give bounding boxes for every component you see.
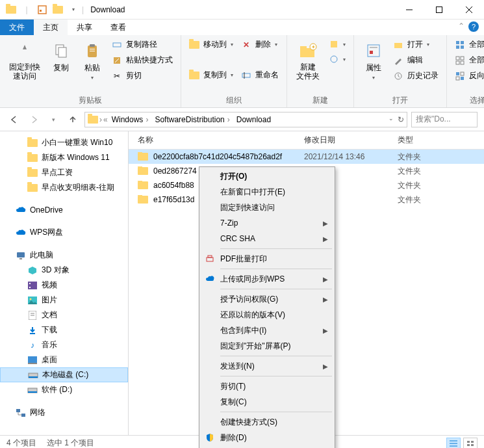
select-all-button[interactable]: 全部选择 <box>452 38 484 51</box>
col-header-type[interactable]: 类型 <box>388 135 484 146</box>
ctx-7zip[interactable]: 7-Zip▶ <box>201 215 333 231</box>
breadcrumb-box[interactable]: › « Windows› SoftwareDistribution› Downl… <box>84 112 407 127</box>
pin-quick-access-button[interactable]: 固定到快 速访问 <box>5 38 44 84</box>
document-icon <box>27 310 38 321</box>
ctx-cut[interactable]: 剪切(T) <box>201 378 333 394</box>
folder-icon <box>27 153 38 163</box>
recent-dropdown[interactable]: ▾ <box>45 112 61 127</box>
svg-rect-25 <box>394 43 402 48</box>
chevron-right-icon: ▶ <box>323 327 328 334</box>
copy-path-button[interactable]: 复制路径 <box>109 38 175 51</box>
sidebar-item-quick-3[interactable]: 早点收支明细表-往期 <box>0 180 128 195</box>
forward-button[interactable] <box>26 112 42 127</box>
group-label-organize: 组织 <box>186 94 281 106</box>
collapse-ribbon-icon[interactable]: ⌃ <box>458 21 465 31</box>
refresh-icon[interactable]: ↻ <box>398 115 404 124</box>
sidebar-item-quick-2[interactable]: 早点工资 <box>0 165 128 180</box>
up-button[interactable] <box>65 112 81 127</box>
details-view-icon[interactable] <box>446 438 461 449</box>
sidebar-item-onedrive[interactable]: OneDrive <box>0 203 128 217</box>
address-dropdown-icon[interactable]: ⌄ <box>388 115 394 124</box>
folder-icon <box>4 3 18 17</box>
navigation-sidebar[interactable]: 小白一键重装 Win10 新版本 Windows 11 早点工资 早点收支明细表… <box>0 131 129 435</box>
new-folder-button[interactable]: ✦ 新建 文件夹 <box>292 38 324 84</box>
properties-qat-icon[interactable] <box>35 3 49 17</box>
tab-home[interactable]: 主页 <box>34 20 68 35</box>
minimize-button[interactable] <box>394 0 424 20</box>
ctx-copy[interactable]: 复制(C) <box>201 394 333 410</box>
sidebar-item-videos[interactable]: 视频 <box>0 278 128 293</box>
close-button[interactable] <box>454 0 484 20</box>
properties-button[interactable]: 属性 ▾ <box>359 38 388 83</box>
col-header-name[interactable]: 名称 <box>129 135 295 146</box>
col-header-date[interactable]: 修改日期 <box>295 135 388 146</box>
sidebar-item-local-disk-c[interactable]: 本地磁盘 (C:) <box>0 367 128 382</box>
maximize-button[interactable] <box>424 0 454 20</box>
sidebar-item-wps[interactable]: WPS网盘 <box>0 225 128 240</box>
easy-access-button[interactable]: ▾ <box>326 53 348 66</box>
sidebar-item-documents[interactable]: 文档 <box>0 308 128 323</box>
back-button[interactable] <box>6 112 22 127</box>
crumb-windows[interactable]: Windows› <box>109 115 151 124</box>
ctx-open[interactable]: 打开(O) <box>201 168 333 184</box>
ctx-crc-sha[interactable]: CRC SHA▶ <box>201 231 333 246</box>
new-item-button[interactable]: ▾ <box>326 38 348 51</box>
ctx-send-to[interactable]: 发送到(N)▶ <box>201 358 333 374</box>
svg-rect-31 <box>456 57 459 60</box>
sidebar-item-3d[interactable]: 3D 对象 <box>0 263 128 278</box>
invert-selection-button[interactable]: 反向选择 <box>452 69 484 83</box>
svg-rect-55 <box>28 391 37 393</box>
svg-rect-29 <box>456 46 459 49</box>
folder-qat-icon[interactable] <box>51 3 65 17</box>
ctx-restore-version[interactable]: 还原以前的版本(V) <box>201 307 333 323</box>
select-none-button[interactable]: 全部取消 <box>452 53 484 67</box>
ctx-grant-access[interactable]: 授予访问权限(G)▶ <box>201 291 333 307</box>
move-to-button[interactable]: 移动到 ▾ <box>186 38 236 51</box>
paste-button[interactable]: 粘贴 ▾ <box>78 38 107 83</box>
copy-button[interactable]: 复制 <box>47 38 75 76</box>
sidebar-item-network[interactable]: 网络 <box>0 405 128 420</box>
sidebar-item-downloads[interactable]: 下载 <box>0 323 128 337</box>
qat-dropdown-icon[interactable]: ▾ <box>66 3 81 17</box>
ctx-open-new-window[interactable]: 在新窗口中打开(E) <box>201 184 333 200</box>
svg-rect-50 <box>28 356 37 363</box>
crumb-softwaredistribution[interactable]: SoftwareDistribution› <box>152 115 232 124</box>
copy-label: 复制 <box>53 62 69 73</box>
paste-shortcut-button[interactable]: 粘贴快捷方式 <box>109 53 175 67</box>
delete-button[interactable]: ✕删除 ▾ <box>238 38 281 51</box>
svg-rect-62 <box>471 441 474 443</box>
copy-to-button[interactable]: 复制到 ▾ <box>186 68 236 82</box>
rename-button[interactable]: 重命名 <box>238 68 281 82</box>
sidebar-item-software-d[interactable]: 软件 (D:) <box>0 382 128 397</box>
ctx-pdf-print[interactable]: PDF批量打印 <box>201 251 333 267</box>
sidebar-item-desktop[interactable]: 桌面 <box>0 352 128 367</box>
file-row[interactable]: 0e2200cfa8b7c41d204c5487b26ad2f 2021/12/… <box>129 150 484 164</box>
tab-file[interactable]: 文件 <box>0 20 34 35</box>
tab-share[interactable]: 共享 <box>68 20 101 35</box>
edit-button[interactable]: 编辑 <box>390 53 441 67</box>
ctx-pin-quick-access[interactable]: 固定到快速访问 <box>201 200 333 215</box>
search-input[interactable]: 搜索"Do... <box>411 112 478 127</box>
cut-button[interactable]: ✂剪切 <box>109 69 175 83</box>
ctx-include-library[interactable]: 包含到库中(I)▶ <box>201 323 333 338</box>
ctx-rename[interactable]: 重命名(M) <box>201 445 333 448</box>
open-button[interactable]: 打开 ▾ <box>390 38 441 51</box>
sidebar-item-quick-1[interactable]: 新版本 Windows 11 <box>0 150 128 165</box>
large-icons-view-icon[interactable] <box>463 438 478 449</box>
help-icon[interactable]: ? <box>468 21 479 32</box>
separator <box>220 289 332 289</box>
sidebar-item-quick-0[interactable]: 小白一键重装 Win10 <box>0 135 128 150</box>
ctx-wps-sync[interactable]: 上传或同步到WPS▶ <box>201 271 333 287</box>
svg-rect-32 <box>461 57 464 60</box>
ribbon-group-select: 全部选择 全部取消 反向选择 选择 <box>447 35 484 107</box>
crumb-download[interactable]: Download <box>234 115 274 124</box>
sidebar-item-pictures[interactable]: 图片 <box>0 293 128 308</box>
ctx-pin-start[interactable]: 固定到"开始"屏幕(P) <box>201 338 333 354</box>
ctx-delete[interactable]: 删除(D) <box>201 430 333 445</box>
sidebar-item-thispc[interactable]: 此电脑 <box>0 248 128 263</box>
tab-view[interactable]: 查看 <box>101 20 135 35</box>
history-button[interactable]: 历史记录 <box>390 69 441 83</box>
chevron-right-icon[interactable]: › <box>99 115 102 124</box>
sidebar-item-music[interactable]: ♪音乐 <box>0 337 128 352</box>
ctx-create-shortcut[interactable]: 创建快捷方式(S) <box>201 414 333 430</box>
